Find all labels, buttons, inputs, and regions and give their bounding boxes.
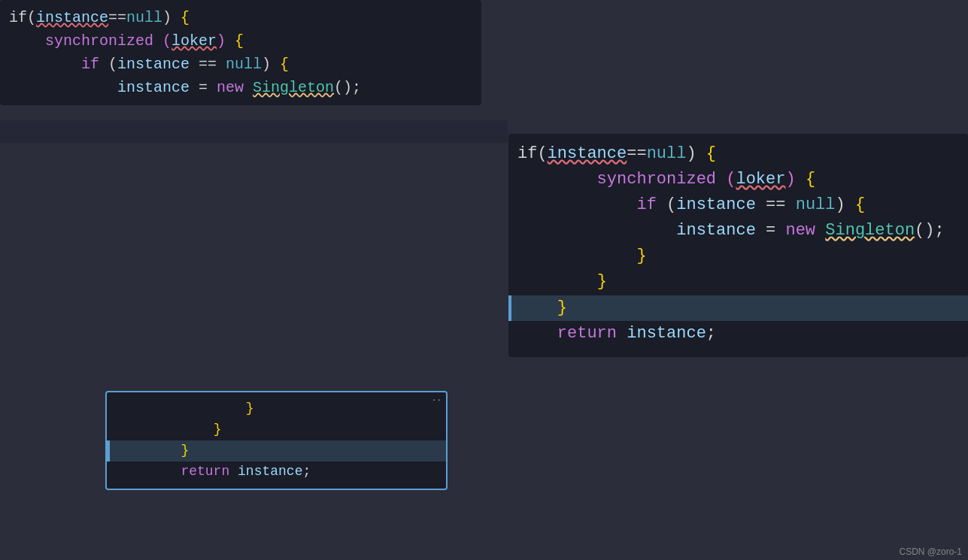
midright-code-panel: if(instance==null) { synchronized (loker… [508,134,968,357]
code-token [116,401,246,416]
code-token [517,221,676,240]
code-token [116,443,181,458]
code-token [517,272,597,291]
code-token: { [235,32,244,50]
code-token: ) [262,56,280,73]
code-token: ; [706,324,716,343]
code-token: if( [9,9,36,26]
code-token: loker [171,32,217,50]
code-token: (); [334,79,361,96]
bottomleft-code-lines: } } } return instance; [107,398,446,483]
code-token: == [108,9,126,26]
code-token: } [246,401,254,416]
code-token: instance [548,144,627,163]
code-token: null [226,56,262,73]
code-token: null [647,144,687,163]
code-token: ( [162,32,171,50]
code-token: Singleton [253,79,334,96]
code-token: if( [517,144,548,163]
code-token: instance [627,324,706,343]
code-token: { [181,9,190,26]
bottomleft-code-panel: ·· } } } return instance; [105,391,448,490]
code-token: loker [736,170,785,189]
code-token: { [806,170,815,189]
code-token: if [9,56,108,73]
topleft-code-panel: if(instance==null) { synchronized (loker… [0,0,481,105]
code-token: { [706,144,716,163]
collapse-icon: ·· [432,395,442,404]
code-token: ) [162,9,181,26]
code-token: = [756,221,786,240]
code-token: } [214,422,222,437]
code-token: synchronized [9,32,162,50]
code-token: (); [915,221,945,240]
code-token: == [756,195,796,214]
code-token: ; [302,464,311,479]
code-token [116,422,214,437]
code-token: } [636,247,646,265]
code-token: ) [785,170,805,189]
code-token: } [557,298,567,317]
midright-code-lines: if(instance==null) { synchronized (loker… [508,141,968,347]
code-token: ( [666,195,676,214]
code-token: == [190,56,226,73]
code-token: { [855,195,865,214]
code-token: instance [676,195,756,214]
code-token: = [190,79,217,96]
code-token: Singleton [825,221,915,240]
code-token: null [796,195,836,214]
code-token: if [517,195,666,214]
code-token: ) [217,32,235,50]
code-token: instance [238,464,302,479]
code-token: == [627,144,646,163]
code-token: ) [686,144,706,163]
code-token: synchronized [517,170,726,189]
separator-bg [0,120,508,143]
code-token: } [181,443,189,458]
code-token: { [280,56,289,73]
code-token [517,247,636,265]
watermark: CSDN @zoro-1 [893,543,968,560]
code-token: new [217,79,253,96]
code-token [517,298,557,317]
code-token: instance [676,221,756,240]
code-token: } [597,272,607,291]
code-token: ( [108,56,117,73]
code-token: return [517,324,627,343]
code-token [9,79,117,96]
code-token: return [116,464,238,479]
code-token: instance [117,79,190,96]
code-token: new [785,221,825,240]
topleft-code-lines: if(instance==null) { synchronized (loker… [0,6,481,99]
code-token: null [126,9,162,26]
code-token: ) [836,195,855,214]
code-token: instance [117,56,190,73]
code-token: ( [726,170,736,189]
code-token: instance [36,9,108,26]
